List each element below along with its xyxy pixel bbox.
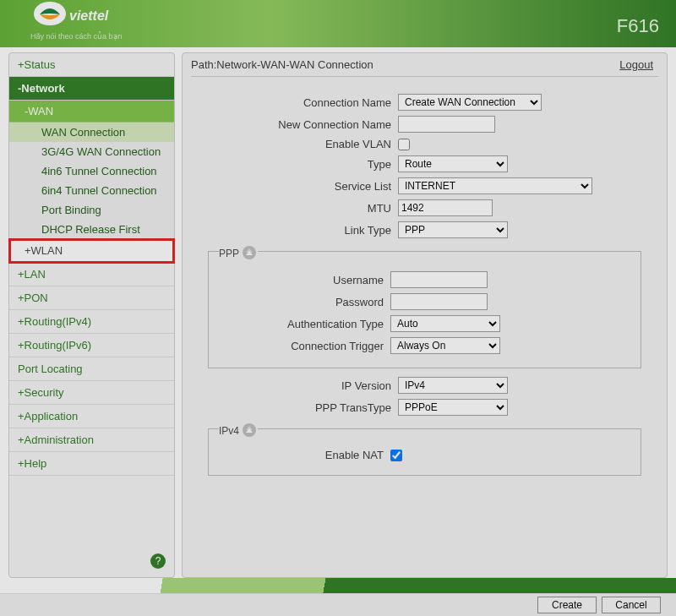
content-panel: Path:Network-WAN-WAN Connection Logout C… [182, 52, 668, 578]
sidebar-item-help[interactable]: +Help [9, 452, 174, 476]
sidebar-leaf-3g4g[interactable]: 3G/4G WAN Connection [9, 142, 174, 161]
sidebar-leaf-dhcp-release[interactable]: DHCP Release First [9, 220, 174, 239]
enable-vlan-checkbox[interactable] [398, 139, 410, 150]
viettel-logo-icon [34, 2, 66, 25]
sidebar-item-port-locating[interactable]: Port Locating [9, 357, 174, 381]
wan-form: Connection Name Create WAN Connection Ne… [191, 77, 658, 476]
sidebar-leaf-4in6[interactable]: 4in6 Tunnel Connection [9, 161, 174, 181]
label-type: Type [208, 158, 398, 171]
conn-trigger-select[interactable]: Always On [390, 337, 500, 354]
sidebar-item-routing-ipv4[interactable]: +Routing(IPv4) [9, 310, 174, 334]
label-service-list: Service List [208, 180, 398, 193]
logout-link[interactable]: Logout [619, 58, 653, 71]
footer-bar: Create Cancel [0, 593, 676, 616]
ipv4-fieldset: IPv4 Enable NAT [208, 421, 641, 476]
header: viettel Hãy nói theo cách của bạn F616 [0, 0, 676, 47]
breadcrumb: Path:Network-WAN-WAN Connection [191, 58, 373, 71]
type-select[interactable]: Route [398, 155, 508, 172]
label-link-type: Link Type [208, 224, 398, 237]
sidebar-item-wlan[interactable]: +WLAN [9, 239, 174, 263]
ppp-transtype-select[interactable]: PPPoE [398, 399, 508, 416]
username-input[interactable] [390, 271, 488, 288]
label-connection-name: Connection Name [208, 96, 398, 109]
sidebar-item-administration[interactable]: +Administration [9, 428, 174, 452]
brand-name: viettel [69, 8, 108, 24]
path-bar: Path:Network-WAN-WAN Connection Logout [191, 53, 658, 77]
sidebar-item-lan[interactable]: +LAN [9, 263, 174, 286]
brand-tagline: Hãy nói theo cách của bạn [30, 32, 123, 41]
label-conn-trigger: Connection Trigger [217, 340, 390, 352]
collapse-icon[interactable] [243, 246, 256, 259]
label-enable-nat: Enable NAT [217, 449, 390, 461]
model-label: F616 [617, 15, 659, 37]
label-new-connection-name: New Connection Name [208, 118, 398, 131]
password-input[interactable] [390, 293, 488, 310]
enable-nat-checkbox[interactable] [390, 450, 402, 461]
service-list-select[interactable]: INTERNET [398, 177, 592, 194]
auth-type-select[interactable]: Auto [390, 315, 500, 332]
label-ip-version: IP Version [208, 379, 398, 392]
ppp-legend: PPP [219, 243, 258, 259]
label-password: Password [217, 296, 390, 308]
sidebar-leaf-6in4[interactable]: 6in4 Tunnel Connection [9, 181, 174, 200]
create-button[interactable]: Create [537, 597, 597, 613]
new-connection-name-input[interactable] [398, 116, 495, 133]
link-type-select[interactable]: PPP [398, 221, 508, 238]
footer: Create Cancel [0, 578, 676, 616]
label-mtu: MTU [208, 202, 398, 215]
ppp-fieldset: PPP Username Password Authentication Typ… [208, 243, 641, 368]
ipv4-legend: IPv4 [219, 421, 258, 437]
ip-version-select[interactable]: IPv4 [398, 377, 508, 394]
label-auth-type: Authentication Type [217, 318, 390, 330]
sidebar-leaf-port-binding[interactable]: Port Binding [9, 200, 174, 220]
sidebar-item-routing-ipv6[interactable]: +Routing(IPv6) [9, 334, 174, 357]
footer-swoosh [0, 578, 676, 593]
sidebar: +Status -Network -WAN WAN Connection 3G/… [8, 52, 175, 578]
sidebar-leaf-wan-connection[interactable]: WAN Connection [9, 123, 174, 142]
brand-logo: viettel Hãy nói theo cách của bạn [8, 0, 135, 47]
sidebar-item-security[interactable]: +Security [9, 381, 174, 405]
sidebar-item-application[interactable]: +Application [9, 405, 174, 428]
connection-name-select[interactable]: Create WAN Connection [398, 94, 542, 111]
mtu-input[interactable] [398, 199, 493, 216]
help-icon[interactable]: ? [150, 553, 166, 569]
collapse-icon[interactable] [243, 423, 256, 437]
sidebar-item-wan[interactable]: -WAN [9, 101, 174, 123]
sidebar-item-pon[interactable]: +PON [9, 286, 174, 310]
label-ppp-transtype: PPP TransType [208, 401, 398, 414]
sidebar-item-status[interactable]: +Status [9, 53, 174, 77]
label-enable-vlan: Enable VLAN [208, 138, 398, 150]
label-username: Username [217, 274, 390, 286]
cancel-button[interactable]: Cancel [602, 597, 661, 613]
sidebar-item-network[interactable]: -Network [9, 77, 174, 101]
